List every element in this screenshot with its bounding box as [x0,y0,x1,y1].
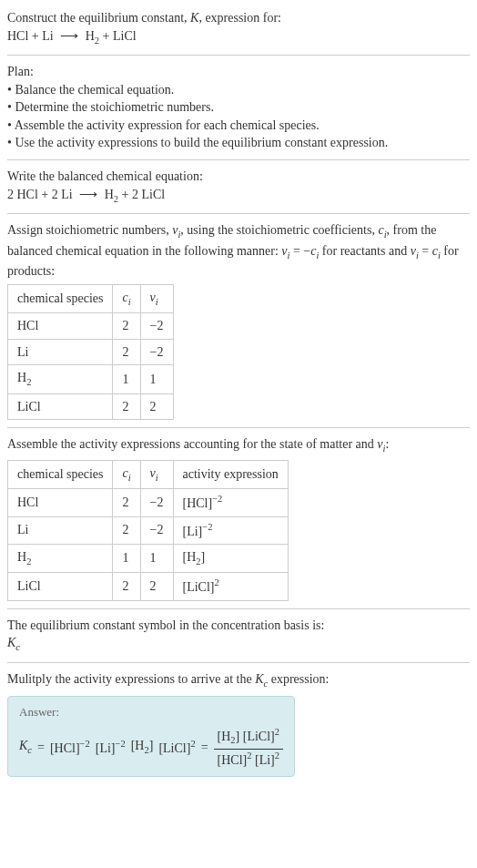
cell: H2 [8,544,113,572]
equals: = [201,739,208,757]
cell: [Li]−2 [173,516,288,544]
cell: 2 [140,573,173,600]
balanced-section: Write the balanced chemical equation: 2 … [7,162,470,211]
table-row: HCl 2 −2 [8,313,174,340]
intro-line1: Construct the equilibrium constant, K, e… [7,9,470,27]
table-row: H2 1 1 [H2] [8,544,289,572]
plan-section: Plan: • Balance the chemical equation. •… [7,57,470,158]
cell: 2 [113,313,140,340]
cell: Li [8,339,113,365]
sub: i [128,473,131,483]
species: LiCl [113,29,137,43]
text: [Li] [255,752,275,766]
arrow-icon: ⟶ [76,188,101,201]
text: Mulitply the activity expressions to arr… [7,672,255,686]
k-symbol: K [190,11,198,25]
arrow-icon: ⟶ [56,29,82,43]
sub: c [15,642,20,652]
species: HCl [7,29,28,43]
cell: LiCl [8,573,113,600]
divider [7,608,470,609]
cell: Li [8,516,113,544]
sup: 2 [275,727,279,737]
equals: = [37,739,45,757]
divider [7,55,470,56]
table-header-row: chemical species ci νi activity expressi… [8,460,289,488]
cell: H2 [8,365,113,393]
sup: 2 [215,577,219,587]
plus: + [99,29,113,43]
text: [HCl] [50,741,80,755]
text: [Li] [96,741,116,755]
table-row: H2 1 1 [8,365,174,393]
sub: i [156,296,158,306]
sup: −2 [202,522,212,532]
divider [7,427,470,428]
plan-title: Plan: [7,63,470,81]
stoichiometry-table: chemical species ci νi HCl 2 −2 Li 2 −2 … [7,284,174,421]
sub: 2 [26,557,31,567]
k: K [7,636,15,649]
text: ] [236,730,240,743]
text: , using the stoichiometric coefficients, [180,223,378,237]
fraction: [H2] [LiCl]2 [HCl]2 [Li]2 [214,726,283,768]
term: [H2] [131,737,154,757]
species: H [86,29,95,43]
assemble-section: Assemble the activity expressions accoun… [7,430,470,606]
answer-label: Answer: [19,704,283,720]
divider [7,213,470,214]
numerator: [H2] [LiCl]2 [214,726,283,749]
text: [HCl] [218,752,248,766]
table-header-row: chemical species ci νi [8,284,174,312]
cell: −2 [140,313,173,340]
divider [7,159,470,160]
table-row: LiCl 2 2 [8,393,174,420]
activity-table: chemical species ci νi activity expressi… [7,460,289,601]
symbol-text: The equilibrium constant symbol in the c… [7,617,470,635]
multiply-text: Mulitply the activity expressions to arr… [7,670,470,690]
kc-symbol: Kc [7,634,470,654]
sub: i [156,473,158,483]
sub: i [128,296,131,306]
col-activity: activity expression [173,460,288,488]
plan-bullet: • Balance the chemical equation. [7,81,470,99]
col-nui: νi [140,460,173,488]
col-species: chemical species [8,460,113,488]
answer-equation: Kc = [HCl]−2 [Li]−2 [H2] [LiCl]2 = [H2] … [19,726,283,768]
cell: 2 [140,393,173,420]
term: [Li]−2 [96,738,126,757]
plan-bullet: • Assemble the activity expression for e… [7,117,470,135]
assemble-text: Assemble the activity expressions accoun… [7,435,470,455]
cell: HCl [8,313,113,340]
cell: −2 [140,516,173,544]
text: [H [183,550,197,564]
species: 2 HCl [7,188,38,201]
text: = [419,244,432,258]
term: [LiCl]2 [158,738,195,757]
table-row: LiCl 2 2 [LiCl]2 [8,573,289,600]
table-row: Li 2 −2 [Li]−2 [8,516,289,544]
k: K [19,739,27,752]
col-ci: ci [113,460,140,488]
species: 2 LiCl [132,188,165,201]
cell: 1 [140,365,173,393]
term: [HCl]−2 [50,738,90,757]
cell: −2 [140,339,173,365]
text: [HCl] [183,496,213,510]
unbalanced-equation: HCl + Li ⟶ H2 + LiCl [7,27,470,47]
text: for reactants and [319,244,410,258]
multiply-section: Mulitply the activity expressions to arr… [7,665,470,782]
divider [7,662,470,663]
text: ] [149,739,154,752]
cell: LiCl [8,393,113,420]
text: : [385,437,389,451]
col-species: chemical species [8,284,113,312]
k: K [255,672,263,686]
lhs: Kc [19,737,32,757]
cell: [HCl]−2 [173,489,288,516]
text: [H [218,730,231,743]
text: Assign stoichiometric numbers, [7,223,172,237]
cell: 2 [113,573,140,600]
symbol-section: The equilibrium constant symbol in the c… [7,611,470,660]
sub: 2 [26,377,31,387]
